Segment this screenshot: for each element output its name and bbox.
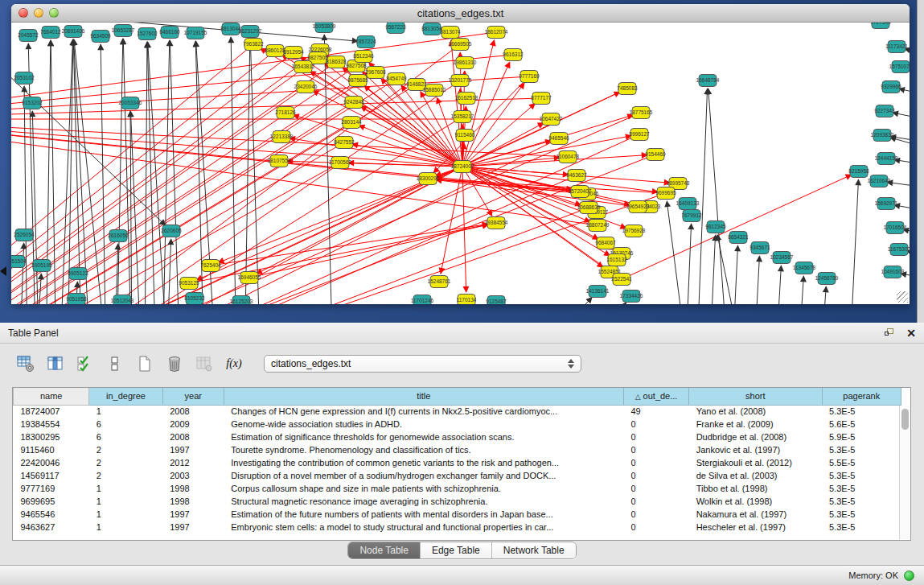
delete-table-button[interactable] — [165, 355, 184, 373]
table-cell[interactable]: 5.3E-5 — [822, 405, 901, 418]
close-panel-button[interactable]: ✕ — [906, 328, 916, 338]
table-cell[interactable]: 5.3E-5 — [822, 495, 901, 508]
table-cell[interactable]: 2008 — [162, 405, 224, 418]
table-cell[interactable]: 2012 — [162, 456, 224, 469]
table-cell[interactable]: Embryonic stem cells: a model to study s… — [224, 521, 623, 534]
table-cell[interactable]: Investigating the contribution of common… — [224, 456, 623, 469]
window-titlebar[interactable]: citations_edges.txt — [11, 4, 910, 23]
table-source-dropdown[interactable]: citations_edges.txt — [264, 355, 581, 373]
table-cell[interactable]: 9465546 — [14, 508, 89, 521]
table-cell[interactable]: 2 — [89, 469, 162, 482]
select-rows-button[interactable] — [76, 355, 95, 373]
table-cell[interactable]: Jankovic et al. (1997) — [689, 443, 822, 456]
table-cell[interactable]: Tibbo et al. (1998) — [689, 482, 822, 495]
table-cell[interactable]: Corpus callosum shape and size in male p… — [224, 482, 623, 495]
table-cell[interactable]: 9463627 — [14, 521, 89, 534]
table-cell[interactable]: Estimation of significance thresholds fo… — [224, 431, 623, 443]
table-cell[interactable]: 0 — [623, 431, 688, 443]
row-height-button[interactable] — [105, 355, 125, 373]
table-cell[interactable]: 1997 — [162, 443, 224, 456]
table-cell[interactable]: 9115460 — [14, 443, 89, 456]
table-settings-button[interactable] — [16, 355, 35, 373]
table-cell[interactable]: 0 — [623, 508, 688, 521]
table-cell[interactable]: 0 — [623, 495, 688, 508]
table-cell[interactable]: 22420046 — [14, 456, 89, 469]
panel-collapse-arrow-icon[interactable] — [0, 266, 6, 276]
tab-edge-table[interactable]: Edge Table — [421, 542, 492, 558]
table-cell[interactable]: Hescheler et al. (1997) — [689, 521, 822, 534]
table-cell[interactable]: de Silva et al. (2003) — [689, 469, 822, 482]
table-cell[interactable]: Estimation of the future numbers of pati… — [224, 508, 623, 521]
table-row[interactable]: 946554611997Estimation of the future num… — [14, 508, 901, 521]
new-table-button[interactable] — [135, 355, 154, 373]
table-cell[interactable]: Dudbridge et al. (2008) — [689, 431, 822, 443]
table-cell[interactable]: 6 — [89, 418, 162, 431]
table-cell[interactable]: 18300295 — [14, 431, 89, 443]
table-cell[interactable]: 1997 — [162, 521, 224, 534]
column-header-name[interactable]: name — [14, 388, 89, 405]
column-header-out_de[interactable]: △out_de... — [623, 388, 688, 405]
table-row[interactable]: 977716911998Corpus callosum shape and si… — [14, 482, 901, 495]
table-row[interactable]: 1830029562008Estimation of significance … — [14, 431, 901, 443]
table-cell[interactable]: Stergiakouli et al. (2012) — [689, 456, 822, 469]
column-header-short[interactable]: short — [689, 388, 822, 405]
table-row[interactable]: 1938455462009Genome-wide association stu… — [14, 418, 901, 431]
table-cell[interactable]: 1998 — [162, 482, 224, 495]
table-cell[interactable]: 0 — [623, 482, 688, 495]
select-columns-button[interactable] — [46, 355, 65, 373]
table-cell[interactable]: 2 — [89, 456, 162, 469]
table-cell[interactable]: 5.3E-5 — [822, 482, 901, 495]
table-cell[interactable]: 5.3E-5 — [822, 469, 901, 482]
function-builder-button[interactable]: f(x) — [224, 355, 244, 373]
table-cell[interactable]: 1 — [89, 495, 162, 508]
resize-grip-icon[interactable] — [897, 291, 908, 303]
table-cell[interactable]: 1997 — [162, 508, 224, 521]
table-cell[interactable]: 1998 — [162, 495, 224, 508]
table-cell[interactable]: 2 — [89, 443, 162, 456]
scrollbar-thumb[interactable] — [901, 409, 909, 430]
table-cell[interactable]: 2009 — [162, 418, 224, 431]
table-row[interactable]: 1872400712008Changes of HCN gene express… — [14, 405, 901, 418]
table-row[interactable]: 1456911722003Disruption of a novel membe… — [14, 469, 901, 482]
table-cell[interactable]: Genome-wide association studies in ADHD. — [224, 418, 623, 431]
table-cell[interactable]: 5.9E-5 — [822, 431, 901, 443]
table-cell[interactable]: 1 — [89, 482, 162, 495]
table-cell[interactable]: 6 — [89, 431, 162, 443]
table-cell[interactable]: 5.5E-5 — [822, 456, 901, 469]
table-row[interactable]: 2242004622012Investigating the contribut… — [14, 456, 901, 469]
table-cell[interactable]: Yano et al. (2008) — [689, 405, 822, 418]
table-cell[interactable]: 1 — [89, 405, 162, 418]
table-cell[interactable]: 19384554 — [14, 418, 89, 431]
table-cell[interactable]: 18724007 — [14, 405, 89, 418]
table-cell[interactable]: Tourette syndrome. Phenomenology and cla… — [224, 443, 623, 456]
column-header-in_degree[interactable]: in_degree — [89, 388, 162, 405]
table-cell[interactable]: 0 — [623, 469, 688, 482]
table-cell[interactable]: 2003 — [162, 469, 224, 482]
table-cell[interactable]: 1 — [89, 508, 162, 521]
column-header-title[interactable]: title — [224, 388, 623, 405]
float-panel-button[interactable] — [885, 328, 895, 338]
table-row[interactable]: 969969511998Structural magnetic resonanc… — [14, 495, 901, 508]
tab-network-table[interactable]: Network Table — [492, 542, 576, 558]
table-cell[interactable]: Disruption of a novel member of a sodium… — [224, 469, 623, 482]
table-cell[interactable]: Nakamura et al. (1997) — [689, 508, 822, 521]
table-cell[interactable]: 5.6E-5 — [822, 418, 901, 431]
network-canvas[interactable]: 7963822886012889129542222605898275058186… — [11, 23, 910, 304]
tab-node-table[interactable]: Node Table — [348, 542, 421, 558]
table-cell[interactable]: 5.3E-5 — [822, 508, 901, 521]
table-cell[interactable]: Changes of HCN gene expression and I(f) … — [224, 405, 623, 418]
table-cell[interactable]: Wolkin et al. (1998) — [689, 495, 822, 508]
table-scrollbar[interactable] — [899, 406, 910, 539]
table-cell[interactable]: 5.3E-5 — [822, 521, 901, 534]
table-cell[interactable]: 1 — [89, 521, 162, 534]
column-header-pagerank[interactable]: pagerank — [822, 388, 901, 405]
table-cell[interactable]: 0 — [623, 521, 688, 534]
column-header-year[interactable]: year — [162, 388, 224, 405]
table-cell[interactable]: 14569117 — [14, 469, 89, 482]
table-cell[interactable]: 0 — [623, 418, 688, 431]
table-cell[interactable]: 9777169 — [14, 482, 89, 495]
table-cell[interactable]: 49 — [623, 405, 688, 418]
table-cell[interactable]: Franke et al. (2009) — [689, 418, 822, 431]
network-graph[interactable]: 7963822886012889129542222605898275058186… — [11, 23, 910, 304]
table-cell[interactable]: 2008 — [162, 431, 224, 443]
